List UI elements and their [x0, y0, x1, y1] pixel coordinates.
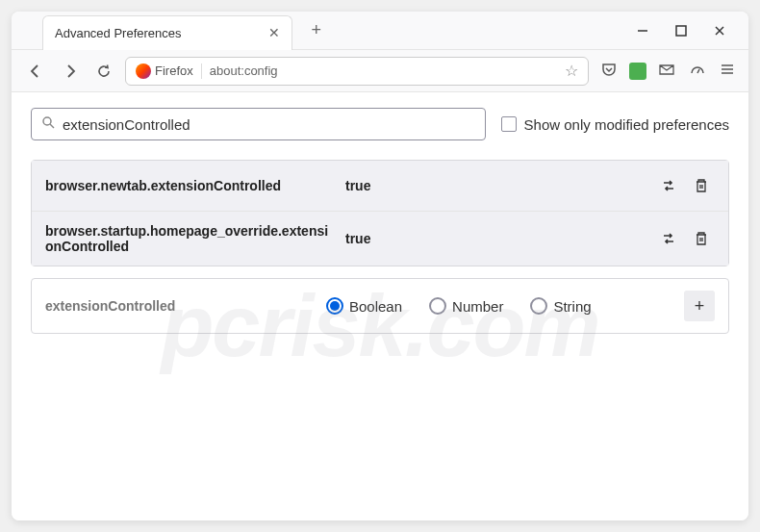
svg-point-8	[43, 117, 51, 125]
pref-list: browser.newtab.extensionControlled true …	[31, 160, 729, 266]
radio-icon	[429, 297, 446, 315]
checkbox-label: Show only modified preferences	[524, 116, 729, 133]
close-window-button[interactable]	[710, 21, 729, 40]
search-input[interactable]	[63, 116, 475, 133]
checkbox-icon[interactable]	[501, 116, 517, 132]
tab-title: Advanced Preferences	[55, 26, 182, 40]
radio-boolean[interactable]: Boolean	[326, 297, 402, 315]
dashboard-icon[interactable]	[687, 59, 708, 84]
svg-line-4	[697, 69, 699, 73]
firefox-logo-icon	[136, 63, 151, 79]
svg-line-9	[50, 124, 54, 128]
toggle-button[interactable]	[655, 172, 682, 199]
radio-icon	[326, 297, 343, 315]
radio-icon	[530, 297, 547, 315]
pref-actions	[655, 172, 715, 199]
browser-window: Advanced Preferences ✕ + Firefox about:c…	[12, 12, 748, 520]
pref-actions	[655, 225, 715, 252]
brand-label: Firefox	[155, 63, 193, 78]
maximize-button[interactable]	[671, 21, 691, 40]
new-pref-name: extensionControlled	[45, 298, 315, 314]
radio-label: Boolean	[349, 298, 402, 315]
pref-name: browser.newtab.extensionControlled	[45, 178, 334, 193]
add-button[interactable]: +	[684, 291, 715, 321]
pref-value: true	[345, 178, 644, 193]
titlebar: Advanced Preferences ✕ +	[12, 12, 748, 50]
reload-button[interactable]	[92, 60, 115, 83]
delete-button[interactable]	[688, 225, 715, 252]
modified-only-checkbox[interactable]: Show only modified preferences	[501, 116, 729, 133]
tab-strip: Advanced Preferences ✕ +	[12, 12, 614, 50]
tab-active[interactable]: Advanced Preferences ✕	[42, 15, 292, 50]
radio-string[interactable]: String	[530, 297, 591, 315]
extension-icon[interactable]	[629, 63, 646, 80]
pref-row: browser.startup.homepage_override.extens…	[32, 212, 728, 266]
search-row: Show only modified preferences	[31, 108, 729, 140]
radio-label: String	[553, 298, 591, 315]
search-box[interactable]	[31, 108, 486, 140]
menu-button[interactable]	[718, 60, 737, 83]
new-pref-row: extensionControlled Boolean Number Strin…	[31, 278, 729, 334]
forward-button[interactable]	[58, 59, 83, 84]
firefox-brand: Firefox	[136, 63, 202, 79]
minimize-button[interactable]	[633, 21, 652, 40]
toggle-button[interactable]	[655, 225, 682, 252]
url-text: about:config	[210, 63, 557, 78]
close-icon[interactable]: ✕	[268, 25, 280, 40]
back-button[interactable]	[23, 59, 48, 84]
pref-name: browser.startup.homepage_override.extens…	[45, 223, 334, 254]
bookmark-star-icon[interactable]: ☆	[565, 62, 578, 80]
window-controls	[614, 21, 748, 40]
pref-value: true	[345, 231, 644, 246]
toolbar: Firefox about:config ☆	[12, 50, 748, 92]
radio-number[interactable]: Number	[429, 297, 503, 315]
delete-button[interactable]	[688, 172, 715, 199]
mail-icon[interactable]	[656, 59, 677, 84]
pocket-icon[interactable]	[598, 59, 620, 84]
url-bar[interactable]: Firefox about:config ☆	[125, 57, 589, 86]
radio-label: Number	[452, 298, 503, 315]
svg-rect-1	[676, 26, 686, 36]
type-radio-group: Boolean Number String	[326, 297, 672, 315]
new-tab-button[interactable]: +	[304, 16, 330, 44]
content-area: Show only modified preferences browser.n…	[12, 92, 748, 520]
search-icon	[41, 115, 55, 133]
pref-row: browser.newtab.extensionControlled true	[32, 161, 728, 212]
